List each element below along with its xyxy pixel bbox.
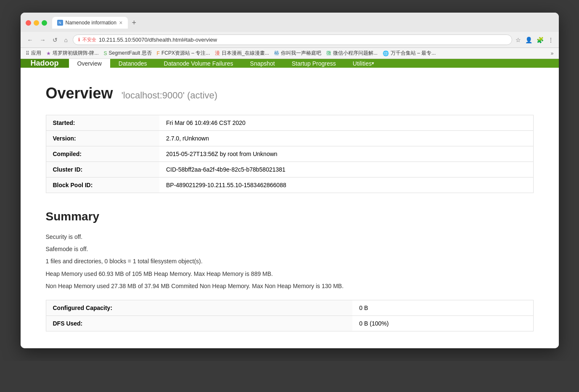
browser-window: N Namenode information × + ← → ↺ ⌂ ℹ 不安全… — [21, 13, 559, 348]
hadoop-brand: Hadoop — [21, 59, 69, 68]
bookmark-label: 万千合集站 – 最专... — [391, 50, 436, 57]
apps-grid-icon: ⠿ — [26, 50, 29, 56]
active-tab[interactable]: N Namenode information × — [52, 17, 128, 29]
bookmark-label: 日本漫画_在線漫畫... — [222, 50, 269, 57]
summary-title: Summary — [46, 210, 534, 223]
table-cell-value: BP-489021299-10.211.55.10-1583462866088 — [159, 177, 533, 193]
url-bar[interactable]: ℹ 不安全 10.211.55.10:50070/dfshealth.html#… — [73, 34, 512, 45]
table-row: DFS Used: 0 B (100%) — [46, 315, 533, 331]
maximize-button[interactable] — [42, 20, 47, 26]
summary-table: Configured Capacity: 0 B DFS Used: 0 B (… — [46, 300, 534, 331]
table-cell-label: Started: — [46, 115, 159, 131]
security-icon: ℹ — [78, 37, 80, 42]
bookmarks-bar: ⠿ 应用 ★ 塔罗牌初级牌阵-牌... S SegmentFault 思否 F … — [21, 48, 559, 59]
wan-icon: 🌐 — [383, 50, 389, 56]
table-row: Started: Fri Mar 06 10:49:46 CST 2020 — [46, 115, 533, 131]
forward-button[interactable]: → — [38, 36, 48, 44]
bookmark-label: 塔罗牌初级牌阵-牌... — [53, 50, 99, 57]
bookmark-icon[interactable]: ☆ — [516, 37, 521, 43]
bookmark-fcpx[interactable]: F FCPX资源站 – 专注... — [157, 50, 210, 57]
overview-title: Overview — [46, 85, 113, 102]
bookmark-apps[interactable]: ⠿ 应用 — [26, 50, 41, 57]
table-cell-label: Cluster ID: — [46, 162, 159, 177]
toolbar-icons: ☆ 👤 🧩 ⋮ — [516, 37, 554, 43]
new-tab-button[interactable]: + — [130, 19, 139, 27]
table-cell-value: 2015-05-27T13:56Z by root from Unknown — [159, 146, 533, 162]
bookmark-manga[interactable]: 漫 日本漫画_在線漫畫... — [215, 50, 269, 57]
table-cell-label: Version: — [46, 131, 159, 146]
url-text: 10.211.55.10:50070/dfshealth.html#tab-ov… — [99, 37, 217, 43]
window-controls — [26, 20, 47, 26]
overview-subtitle: 'localhost:9000' (active) — [122, 90, 218, 101]
close-button[interactable] — [26, 20, 31, 26]
tab-title: Namenode information — [66, 20, 116, 26]
manga-icon: 漫 — [215, 50, 220, 57]
nav-item-datanodes[interactable]: Datanodes — [110, 59, 156, 68]
table-cell-value: CID-58bff2aa-6a2f-4b9e-82c5-b78b58021381 — [159, 162, 533, 177]
table-cell-value: 0 B (100%) — [352, 315, 533, 331]
bookmark-label: SegmentFault 思否 — [109, 50, 152, 57]
bookmark-segmentfault[interactable]: S SegmentFault 思否 — [104, 50, 152, 57]
fcpx-icon: F — [157, 50, 160, 56]
back-button[interactable]: ← — [26, 36, 35, 44]
table-row: Compiled: 2015-05-27T13:56Z by root from… — [46, 146, 533, 162]
page-title: Overview 'localhost:9000' (active) — [46, 85, 534, 102]
tab-favicon: N — [57, 20, 63, 26]
table-cell-value: 0 B — [352, 300, 533, 315]
table-cell-label: DFS Used: — [46, 315, 352, 331]
table-cell-label: Compiled: — [46, 146, 159, 162]
summary-line-3: Heap Memory used 60.93 MB of 105 MB Heap… — [46, 269, 534, 279]
title-bar: N Namenode information × + — [21, 13, 559, 32]
home-button[interactable]: ⌂ — [63, 36, 69, 44]
bookmark-wan[interactable]: 🌐 万千合集站 – 最专... — [383, 50, 436, 57]
table-cell-value: Fri Mar 06 10:49:46 CST 2020 — [159, 115, 533, 131]
nav-item-datanode-volume-failures[interactable]: Datanode Volume Failures — [156, 59, 242, 68]
bookmark-label: 应用 — [31, 50, 41, 57]
overview-table: Started: Fri Mar 06 10:49:46 CST 2020 Ve… — [46, 115, 534, 193]
summary-line-2: 1 files and directories, 0 blocks = 1 to… — [46, 256, 534, 267]
sf-icon: S — [104, 50, 107, 56]
bookmark-label: 你叫我一声椿庭吧 — [281, 50, 321, 57]
page-content: Overview 'localhost:9000' (active) Start… — [21, 68, 559, 348]
table-row: Cluster ID: CID-58bff2aa-6a2f-4b9e-82c5-… — [46, 162, 533, 177]
table-cell-label: Configured Capacity: — [46, 300, 352, 315]
summary-line-0: Security is off. — [46, 232, 534, 242]
summary-line-4: Non Heap Memory used 27.38 MB of 37.94 M… — [46, 281, 534, 291]
chun-icon: 椿 — [274, 50, 279, 57]
summary-line-1: Safemode is off. — [46, 244, 534, 254]
menu-icon[interactable]: ⋮ — [548, 37, 554, 43]
bookmark-label: 微信小程序问题解... — [333, 50, 378, 57]
tarot-icon: ★ — [46, 50, 51, 56]
bookmarks-more[interactable]: » — [551, 50, 554, 56]
hadoop-nav: Hadoop Overview Datanodes Datanode Volum… — [21, 59, 559, 68]
wechat-icon: 微 — [326, 50, 331, 57]
bookmark-chun[interactable]: 椿 你叫我一声椿庭吧 — [274, 50, 321, 57]
nav-item-overview[interactable]: Overview — [69, 59, 110, 68]
table-cell-label: Block Pool ID: — [46, 177, 159, 193]
table-row: Configured Capacity: 0 B — [46, 300, 533, 315]
bookmark-tarot[interactable]: ★ 塔罗牌初级牌阵-牌... — [46, 50, 99, 57]
table-row: Version: 2.7.0, rUnknown — [46, 131, 533, 146]
tab-bar: N Namenode information × + — [52, 17, 554, 29]
extensions-icon[interactable]: 🧩 — [537, 37, 544, 43]
nav-item-startup-progress[interactable]: Startup Progress — [283, 59, 344, 68]
insecure-label: 不安全 — [82, 37, 96, 43]
tab-close-button[interactable]: × — [119, 19, 122, 26]
table-row: Block Pool ID: BP-489021299-10.211.55.10… — [46, 177, 533, 193]
nav-item-snapshot[interactable]: Snapshot — [242, 59, 283, 68]
profile-icon[interactable]: 👤 — [525, 37, 532, 43]
minimize-button[interactable] — [34, 20, 39, 26]
nav-item-utilities[interactable]: Utilities — [344, 59, 383, 68]
bookmark-label: FCPX资源站 – 专注... — [161, 50, 210, 57]
address-bar: ← → ↺ ⌂ ℹ 不安全 10.211.55.10:50070/dfsheal… — [21, 32, 559, 48]
refresh-button[interactable]: ↺ — [51, 36, 59, 44]
bookmark-wechat[interactable]: 微 微信小程序问题解... — [326, 50, 378, 57]
table-cell-value: 2.7.0, rUnknown — [159, 131, 533, 146]
